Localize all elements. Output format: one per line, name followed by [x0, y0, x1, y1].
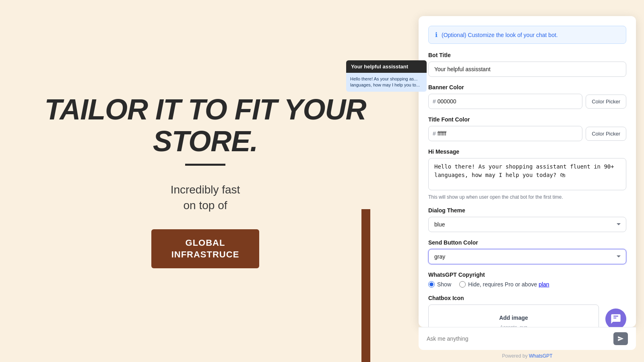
- add-image-button[interactable]: Add image: [499, 315, 528, 321]
- show-radio[interactable]: [428, 281, 435, 288]
- chat-float-icon: [605, 309, 626, 327]
- banner-color-picker-button[interactable]: Color Picker: [586, 95, 626, 109]
- powered-by: Powered by WhatsGPT: [419, 350, 636, 362]
- plan-link[interactable]: plan: [539, 281, 549, 288]
- subtext-line1: Incredibly fast: [171, 183, 240, 196]
- hi-message-helper: This will show up when user open the cha…: [428, 194, 626, 200]
- chat-ask-input[interactable]: [427, 335, 609, 342]
- copyright-radio-group: Show Hide, requires Pro or above plan: [428, 281, 626, 288]
- chat-preview: Your helpful assisstant Hello there! As …: [346, 60, 427, 92]
- hide-label-text: Hide, requires Pro or above plan: [468, 281, 549, 288]
- banner-hash: #: [433, 98, 436, 105]
- title-font-color-label: Title Font Color: [428, 116, 626, 123]
- title-font-color-row: # Color Picker: [428, 126, 626, 141]
- hide-radio[interactable]: [459, 281, 466, 288]
- powered-by-text: Powered by: [502, 353, 527, 359]
- cta-line1: GLOBAL: [186, 238, 225, 248]
- title-hash: #: [433, 130, 436, 137]
- vertical-bar: [361, 209, 370, 362]
- info-icon: ℹ: [435, 31, 438, 39]
- chat-send-button[interactable]: [613, 332, 628, 345]
- chat-bubble-icon: [610, 313, 621, 325]
- heading-line2: STORE.: [153, 125, 258, 157]
- copyright-group: WhatsGPT Copyright Show Hide, requires P…: [428, 272, 626, 288]
- chat-bubble: Hello there! As your shopping as... lang…: [346, 73, 427, 92]
- hi-message-group: Hi Message Hello there! As your shopping…: [428, 148, 626, 200]
- banner-color-label: Banner Color: [428, 84, 626, 90]
- hi-message-input[interactable]: Hello there! As your shopping assistant …: [428, 158, 626, 190]
- whatsagpt-link[interactable]: WhatsGPT: [529, 353, 553, 359]
- subtext: Incredibly fast on top of: [171, 182, 240, 213]
- send-button-color-label: Send Button Color: [428, 239, 626, 246]
- title-font-color-group: Title Font Color # Color Picker: [428, 116, 626, 141]
- bot-title-label: Bot Title: [428, 52, 626, 58]
- subtext-line2: on top of: [184, 199, 227, 212]
- send-icon: [617, 335, 624, 342]
- chatbox-icon-section: Add image Accepts .svg: [428, 304, 626, 327]
- send-button-color-group: Send Button Color gray blue green red pu…: [428, 239, 626, 264]
- show-radio-option[interactable]: Show: [428, 281, 451, 288]
- title-font-color-picker-button[interactable]: Color Picker: [586, 127, 626, 141]
- bot-title-input[interactable]: [428, 62, 626, 77]
- show-label: Show: [437, 281, 451, 288]
- banner-color-wrapper: #: [428, 94, 582, 109]
- hi-message-label: Hi Message: [428, 148, 626, 155]
- heading-line1: TAILOR IT TO FIT YOUR: [45, 93, 366, 125]
- dialog-theme-label: Dialog Theme: [428, 207, 626, 214]
- hide-radio-option[interactable]: Hide, requires Pro or above plan: [459, 281, 549, 288]
- banner-color-group: Banner Color # Color Picker: [428, 84, 626, 109]
- info-banner: ℹ (Optional) Customize the look of your …: [428, 26, 626, 44]
- chatbox-icon-label: Chatbox Icon: [428, 295, 626, 301]
- copyright-label: WhatsGPT Copyright: [428, 272, 626, 278]
- cta-button[interactable]: GLOBAL INFRASTRUCE: [151, 229, 260, 268]
- chat-header: Your helpful assisstant: [346, 60, 427, 73]
- title-font-color-wrapper: #: [428, 126, 582, 141]
- chatbox-icon-group: Chatbox Icon Add image Accepts .svg: [428, 295, 626, 327]
- cta-line2: INFRASTRUCE: [171, 249, 239, 259]
- heading-underline: [185, 164, 225, 166]
- banner-color-row: # Color Picker: [428, 94, 626, 109]
- main-heading: TAILOR IT TO FIT YOUR STORE.: [45, 94, 366, 157]
- left-section: TAILOR IT TO FIT YOUR STORE. Incredibly …: [0, 0, 411, 362]
- dialog-theme-select[interactable]: blue green dark light: [428, 217, 626, 232]
- config-panel: ℹ (Optional) Customize the look of your …: [419, 16, 636, 327]
- chat-bottom-bar: [419, 327, 636, 350]
- bot-title-group: Bot Title: [428, 52, 626, 77]
- chat-header-text: Your helpful assisstant: [351, 64, 408, 70]
- info-text: (Optional) Customize the look of your ch…: [442, 32, 558, 38]
- dialog-theme-group: Dialog Theme blue green dark light: [428, 207, 626, 232]
- send-button-color-select[interactable]: gray blue green red purple: [428, 249, 626, 264]
- right-panel: Your helpful assisstant Hello there! As …: [411, 0, 644, 362]
- title-font-color-input[interactable]: [438, 126, 578, 141]
- chat-bubble-text: Hello there! As your shopping as... lang…: [350, 76, 420, 87]
- banner-color-input[interactable]: [438, 94, 578, 109]
- upload-box: Add image Accepts .svg: [428, 304, 599, 327]
